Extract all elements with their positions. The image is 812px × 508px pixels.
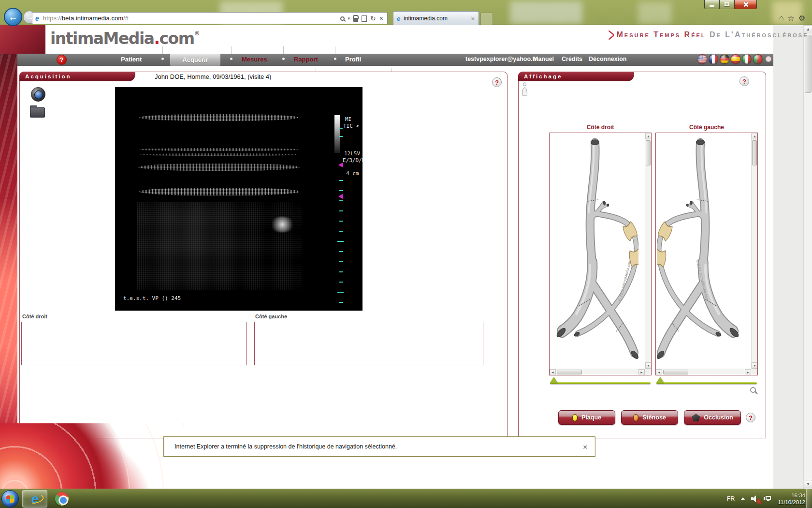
ultrasound-tissue-band [139, 148, 299, 151]
slider-handle[interactable] [656, 377, 664, 383]
occlusion-button[interactable]: Occlusion [684, 410, 741, 425]
nav-item-profil[interactable]: Profil [345, 56, 361, 63]
us-depth-label: 4 cm [346, 170, 359, 177]
nav-link-deconnexion[interactable]: Déconnexion [589, 56, 627, 62]
magnifier-icon[interactable] [750, 387, 756, 393]
site-logo[interactable]: intimaMedia.com® [50, 29, 200, 48]
carotid-diagram-right[interactable]: © 2011 intimaMedia.com ▲ ▼ ◄ ► [549, 133, 652, 375]
flag-pt-icon[interactable] [753, 54, 763, 64]
favorites-star-icon[interactable]: ☆ [787, 14, 794, 23]
scroll-right-icon[interactable]: ► [745, 369, 751, 375]
flag-de-icon[interactable] [720, 54, 729, 64]
nav-tick [231, 46, 232, 54]
flag-es-icon[interactable] [731, 54, 740, 64]
aff-cote-gauche-label: Côté gauche [655, 124, 758, 131]
scroll-right-icon[interactable]: ► [638, 369, 645, 375]
zoom-slider-right[interactable] [550, 382, 651, 384]
logo-registered-mark: ® [194, 30, 200, 37]
zoom-slider-left[interactable] [656, 382, 757, 384]
nav-link-credits[interactable]: Crédits [562, 56, 582, 62]
window-close-button[interactable] [734, 0, 757, 9]
diagram-vscrollbar[interactable]: ▲ ▼ [751, 133, 757, 369]
tools-gear-icon[interactable]: ⚙ [798, 14, 805, 23]
scrollbar-thumb[interactable] [646, 140, 651, 165]
taskbar-clock[interactable]: 16:34 11/10/2012 [778, 492, 805, 506]
notification-message: Internet Explorer a terminé la suppressi… [174, 443, 583, 450]
acquisition-help-button[interactable]: ? [492, 77, 502, 87]
folder-icon[interactable] [30, 107, 45, 118]
browser-tab[interactable]: e intimamedia.com × [393, 11, 479, 25]
tab-close-icon[interactable]: × [471, 15, 475, 22]
stop-icon[interactable]: × [379, 15, 383, 22]
ultrasound-tissue-band [140, 153, 298, 156]
window-maximize-button[interactable] [719, 0, 734, 9]
network-icon[interactable] [765, 496, 772, 502]
start-button[interactable] [1, 490, 19, 508]
nav-link-manuel[interactable]: Manuel [533, 56, 554, 62]
new-tab-button[interactable] [480, 13, 493, 25]
nav-item-patient[interactable]: Patient [121, 56, 142, 63]
tab-favicon: e [397, 15, 400, 22]
diagram-hscrollbar[interactable]: ◄ ► [656, 369, 751, 375]
nav-tick [162, 46, 163, 54]
scroll-left-icon[interactable]: ◄ [550, 369, 556, 375]
flag-fr-icon[interactable] [709, 54, 718, 64]
dropdown-icon[interactable]: ▾ [348, 16, 350, 21]
scroll-down-icon[interactable]: ▼ [804, 480, 812, 488]
scroll-up-icon[interactable]: ▲ [752, 133, 758, 139]
us-marker-icon [338, 163, 343, 167]
scrollbar-thumb[interactable] [805, 35, 812, 93]
nav-help-button[interactable]: ? [57, 55, 67, 65]
window-minimize-button[interactable] [704, 0, 719, 9]
scroll-up-icon[interactable]: ▲ [645, 133, 652, 139]
scrollbar-thumb[interactable] [752, 140, 757, 165]
taskbar-chrome-button[interactable] [49, 490, 74, 508]
search-icon[interactable] [340, 16, 345, 21]
home-icon[interactable]: ⌂ [779, 14, 784, 23]
acq-cote-gauche-box[interactable] [254, 322, 483, 365]
diagram-vscrollbar[interactable]: ▲ ▼ [645, 133, 651, 369]
address-bar[interactable]: e https://beta.intimamedia.com/# ▾ ↻ × [32, 12, 388, 24]
browser-vertical-scrollbar[interactable]: ▲ ▼ [803, 25, 812, 489]
desktop-blur [510, 1, 582, 24]
tray-expand-icon[interactable] [740, 497, 745, 500]
nav-item-acquerir[interactable]: Acquérir [170, 54, 220, 66]
language-indicator[interactable]: FR [727, 495, 735, 502]
scroll-down-icon[interactable]: ▼ [752, 362, 758, 369]
tab-title: intimamedia.com [404, 15, 471, 22]
carotid-diagram-left[interactable]: © 2011 intimaMedia.com ▲ ▼ ◄ ► [655, 133, 758, 375]
scroll-left-icon[interactable]: ◄ [656, 369, 662, 375]
flag-more-icon[interactable] [766, 56, 771, 62]
nav-tick [335, 46, 335, 54]
show-desktop-button[interactable] [806, 489, 812, 508]
scroll-down-icon[interactable]: ▼ [645, 362, 652, 369]
stenose-button[interactable]: Sténose [621, 410, 678, 425]
taskbar-ie-button[interactable]: e [22, 490, 47, 508]
acq-cote-droit-box[interactable] [21, 322, 246, 365]
refresh-icon[interactable]: ↻ [370, 15, 376, 22]
camera-icon[interactable] [31, 87, 45, 102]
nav-separator-dot [230, 58, 232, 60]
nav-item-mesures[interactable]: Mesures [242, 56, 267, 63]
legend-help-button[interactable]: ? [746, 413, 755, 422]
flag-us-icon[interactable] [697, 54, 707, 64]
browser-back-button[interactable]: ← [4, 8, 22, 26]
flag-it-icon[interactable] [742, 54, 752, 64]
ultrasound-image[interactable]: MI TIC < 0.4 12L5V E/3/D/H 4 cm t.e.s.t.… [115, 87, 362, 311]
diagram-hscrollbar[interactable]: ◄ ► [550, 369, 645, 375]
system-tray: FR 16:34 11/10/2012 [727, 489, 805, 508]
compatibility-view-icon[interactable] [362, 15, 367, 22]
scrollbar-thumb[interactable] [557, 370, 582, 374]
slider-handle[interactable] [550, 377, 558, 383]
nav-item-rapport[interactable]: Rapport [294, 56, 318, 63]
volume-muted-icon[interactable] [751, 495, 759, 502]
chrome-icon [55, 492, 69, 506]
plaque-button[interactable]: Plaque [558, 410, 615, 425]
scrollbar-thumb[interactable] [663, 370, 688, 374]
desktop: ← → e https://beta.intimamedia.com/# ▾ ↻… [0, 0, 812, 508]
person-icon[interactable] [521, 82, 528, 96]
affichage-help-button[interactable]: ? [740, 76, 749, 86]
url-text[interactable]: https://beta.intimamedia.com/# [43, 15, 129, 22]
occlusion-icon [692, 414, 700, 421]
notification-close-icon[interactable]: × [583, 443, 587, 451]
